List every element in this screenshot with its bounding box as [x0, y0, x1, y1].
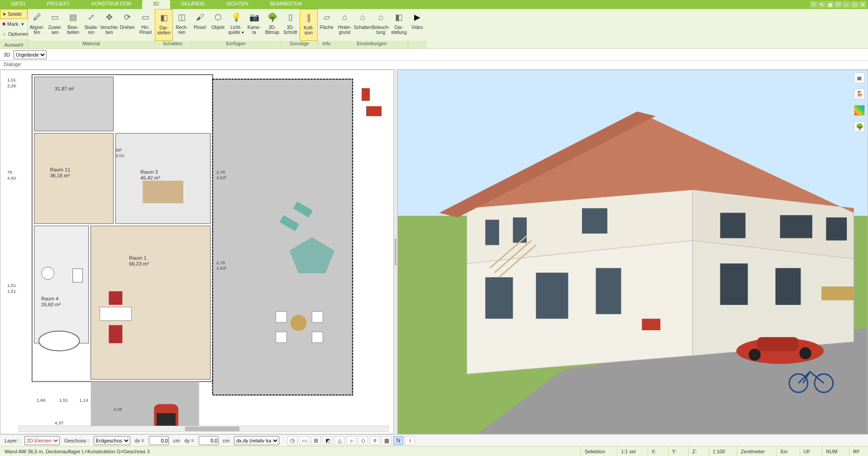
mark-button[interactable]: ✸ Mark.▾: [0, 19, 28, 29]
hintergrund-button[interactable]: ⌂Hinter- grund: [336, 9, 354, 41]
status-num: NUM: [822, 446, 841, 456]
dialoge-bar: Dialoge:: [0, 61, 868, 70]
pinsel-button[interactable]: 🖌Pinsel: [191, 9, 209, 41]
colors-icon[interactable]: [854, 105, 865, 116]
info-icon[interactable]: ⓘ: [835, 1, 842, 8]
snap3-icon[interactable]: △: [334, 436, 344, 445]
geschoss-select[interactable]: Erdgeschos: [94, 436, 130, 445]
svg-text:4,05: 4,05: [113, 407, 122, 412]
north-icon[interactable]: N: [393, 436, 403, 445]
layer-select[interactable]: 2D-Elemen: [24, 436, 60, 445]
2d-plan-pane[interactable]: 31,87 m² Raum 11 36,18 m² Raum 3 45,42 m…: [0, 70, 394, 434]
material-abgreifen-button[interactable]: 🖉Abgrei- fen: [28, 9, 46, 41]
maximize-icon[interactable]: ▢: [851, 1, 858, 8]
material-skalieren-button[interactable]: ⤢Skalie- ren: [82, 9, 100, 41]
3d-schnitt-button[interactable]: ▯3D- Schnitt: [281, 9, 300, 41]
svg-text:1,01: 1,01: [7, 77, 16, 82]
dialoge-label: Dialoge:: [4, 62, 22, 67]
layers-icon[interactable]: ≣: [854, 72, 865, 83]
svg-text:4,37: 4,37: [55, 420, 64, 425]
svg-rect-27: [109, 291, 122, 305]
video-button[interactable]: ▶Video: [408, 9, 426, 41]
ribbon-group-auswahl: ➤ Selekt ✸ Mark.▾ ＋ Optionen Auswahl: [0, 9, 28, 48]
flaeche-button[interactable]: ▱Fläche: [318, 9, 336, 41]
tab-bearbeiten[interactable]: BEARBEITEN: [259, 0, 313, 9]
camera-icon: 📷: [248, 11, 261, 24]
material-bearbeiten-button[interactable]: ▤Bear- beiten: [64, 9, 82, 41]
view-layer-select[interactable]: Urgelände: [14, 50, 47, 59]
material-hin-pinsel-button[interactable]: ▭Hin. Pinsel: [137, 9, 155, 41]
svg-text:2,76: 2,76: [216, 170, 225, 175]
close-icon[interactable]: ✕: [859, 1, 866, 8]
schatten-rechnen-button[interactable]: ◫Rech- nen: [173, 9, 191, 41]
status-ein: Ein: [777, 446, 792, 456]
3d-view-pane[interactable]: [397, 70, 868, 434]
svg-rect-70: [775, 268, 801, 305]
svg-text:75: 75: [7, 170, 13, 175]
dy-input[interactable]: [199, 436, 219, 445]
snap5-icon[interactable]: ◇: [358, 436, 368, 445]
info-small-icon[interactable]: i: [405, 436, 415, 445]
svg-rect-3: [115, 133, 210, 224]
screen-icon[interactable]: ▭: [299, 436, 309, 445]
svg-rect-84: [642, 319, 660, 330]
select-button[interactable]: ➤ Selekt: [0, 9, 28, 19]
status-bar: Wand AW 36,5 m, Deckenauflager L=Konstru…: [0, 446, 868, 456]
kollision-button[interactable]: ‖Kolli- sion: [300, 9, 318, 41]
pane-splitter[interactable]: [394, 70, 397, 434]
palette-icon[interactable]: ▦: [826, 1, 834, 8]
snap4-icon[interactable]: ⟐: [346, 436, 356, 445]
options-button[interactable]: ＋ Optionen: [0, 29, 28, 39]
kamera-button[interactable]: 📷Kame- ra: [245, 9, 263, 41]
3d-bitmap-button[interactable]: 🌳3D- Bitmap: [263, 9, 281, 41]
svg-rect-73: [826, 218, 847, 241]
plan-hscrollbar[interactable]: [19, 426, 389, 432]
tab-konstruktion[interactable]: KONSTRUKTION: [81, 0, 142, 9]
snap6-icon[interactable]: ≡: [370, 436, 380, 445]
ribbon: ➤ Selekt ✸ Mark.▾ ＋ Optionen Auswahl 🖉Ab…: [0, 9, 868, 49]
dx-input[interactable]: [149, 436, 169, 445]
tab-datei[interactable]: DATEI: [0, 0, 36, 9]
material-drehen-button[interactable]: ⟳Drehen: [119, 9, 137, 41]
lichtquelle-button[interactable]: 💡Licht- quelle ▾: [227, 9, 245, 41]
svg-text:31,87 m²: 31,87 m²: [55, 86, 75, 91]
3d-canvas[interactable]: [398, 70, 868, 434]
material-zuweisen-button[interactable]: ▭Zuwei- sen: [46, 9, 64, 41]
group-label-einstellungen: Einstellungen: [336, 41, 408, 48]
svg-text:45,42 m²: 45,42 m²: [140, 175, 160, 180]
bucket-icon: ▭: [49, 11, 62, 24]
tab-projekt[interactable]: PROJEKT: [36, 0, 81, 9]
material-verschieben-button[interactable]: ✥Verschie- ben: [100, 9, 119, 41]
plant-icon[interactable]: 🌳: [854, 121, 865, 132]
move-icon: ✥: [103, 11, 116, 24]
objekt-button[interactable]: ⬡Objekt: [209, 9, 227, 41]
svg-rect-83: [821, 286, 854, 300]
svg-point-24: [42, 267, 54, 280]
brush-icon: ▭: [139, 11, 152, 24]
svg-rect-18: [276, 312, 287, 323]
coord-mode-select[interactable]: dx,dy (relativ ka: [234, 436, 279, 445]
marker-icon: ✸: [2, 21, 6, 27]
schatten-settings-button[interactable]: ⌂Schatten: [354, 9, 372, 41]
chair-icon[interactable]: 🪑: [854, 89, 865, 100]
view-mode-label: 3D: [4, 52, 10, 57]
darstellung-button[interactable]: ◧Dar- stellung: [390, 9, 408, 41]
group-label-sonstige: Sonstige: [281, 41, 318, 48]
help-icon[interactable]: ?: [810, 1, 817, 8]
beleuchtung-button[interactable]: ⌂Beleuch- tung: [372, 9, 390, 41]
grid-icon[interactable]: ▦: [382, 436, 391, 445]
tab-3d[interactable]: 3D: [142, 0, 170, 9]
snap2-icon[interactable]: ◩: [323, 436, 333, 445]
minimize-icon[interactable]: –: [843, 1, 850, 8]
dx-label: dx =: [135, 438, 144, 443]
clock-icon[interactable]: ◷: [287, 436, 297, 445]
tab-sichten[interactable]: SICHTEN: [215, 0, 259, 9]
snap1-icon[interactable]: ⊞: [311, 436, 321, 445]
tab-gelaende[interactable]: GELÄNDE: [170, 0, 216, 9]
collision-icon: ‖: [302, 11, 315, 24]
scale-icon: ⤢: [85, 11, 98, 24]
settings-icon[interactable]: ✎: [818, 1, 825, 8]
eyedropper-icon: 🖉: [31, 11, 43, 24]
schatten-darstellen-button[interactable]: ◧Dar- stellen: [155, 9, 173, 41]
floorplan-canvas[interactable]: 31,87 m² Raum 11 36,18 m² Raum 3 45,42 m…: [0, 70, 393, 431]
